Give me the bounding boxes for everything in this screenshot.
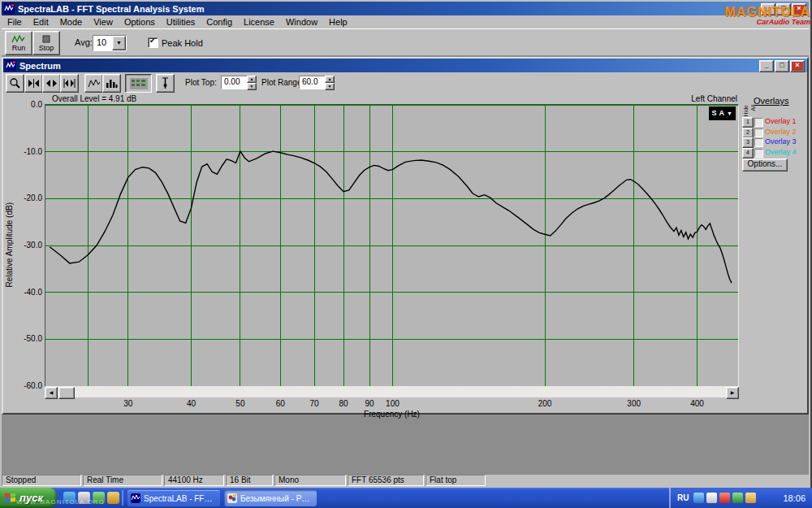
- tray-icon[interactable]: [706, 493, 717, 503]
- chevron-down-icon[interactable]: ▼: [112, 36, 126, 50]
- overlays-options-button[interactable]: Options...: [742, 158, 788, 172]
- x-tick-label: 100: [386, 399, 400, 408]
- stop-button-label: Stop: [39, 44, 54, 52]
- spectrum-close-button[interactable]: ×: [790, 60, 805, 72]
- overlays-col-hide: Hide: [743, 105, 749, 116]
- app-title: SpectraLAB - FFT Spectral Analysis Syste…: [18, 4, 204, 14]
- plot-top-spin-down-icon[interactable]: ▼: [247, 83, 257, 90]
- spectrum-maximize-button[interactable]: □: [775, 60, 789, 72]
- plot-range-spin-down-icon[interactable]: ▼: [325, 83, 335, 90]
- tray-icon[interactable]: [732, 493, 743, 503]
- peak-hold-label: Peak Hold: [162, 38, 203, 48]
- tray-icon[interactable]: [693, 493, 704, 503]
- overlay-1-button[interactable]: 1: [742, 117, 754, 128]
- marker-icon[interactable]: [156, 74, 175, 93]
- spectrum-plot: S A ▼: [45, 104, 739, 387]
- spectrum-window: Spectrum _ □ ×: [2, 57, 809, 415]
- spectralab-task-icon: [131, 493, 140, 503]
- status-bit-depth: 16 Bit: [226, 475, 273, 486]
- x-tick-label: 200: [538, 399, 552, 408]
- menu-item-mode[interactable]: Mode: [54, 15, 89, 28]
- overlay-4-button[interactable]: 4: [742, 148, 754, 158]
- y-tick-label: -10.0: [15, 147, 42, 156]
- overlay-2-button[interactable]: 2: [742, 128, 754, 138]
- status-mode: Real Time: [83, 475, 162, 486]
- plot-range-spin-up-icon[interactable]: ▲: [325, 76, 335, 83]
- statusbar: Stopped Real Time 44100 Hz 16 Bit Mono F…: [2, 475, 809, 486]
- quick-launch-icon[interactable]: [93, 492, 105, 504]
- status-fft-size: FFT 65536 pts: [348, 475, 424, 486]
- menu-item-utilities[interactable]: Utilities: [161, 15, 201, 28]
- zoom-out-full-icon[interactable]: [60, 74, 79, 93]
- overlay-2-checkbox[interactable]: [754, 128, 763, 137]
- quick-launch-icon[interactable]: [107, 492, 119, 504]
- tray-icon[interactable]: [745, 493, 756, 503]
- avg-dropdown[interactable]: 10 ▼: [93, 35, 127, 51]
- menu-item-file[interactable]: File: [2, 15, 28, 28]
- x-tick-label: 30: [123, 399, 132, 408]
- scroll-right-icon[interactable]: ▶: [726, 387, 739, 399]
- line-display-icon[interactable]: [84, 74, 103, 93]
- overlay-3-button[interactable]: 3: [742, 137, 754, 148]
- run-waveform-icon: [11, 34, 26, 44]
- menu-item-help[interactable]: Help: [323, 15, 353, 28]
- menu-item-window[interactable]: Window: [280, 15, 323, 28]
- horizontal-scrollbar[interactable]: ◀ ▶: [45, 387, 739, 397]
- spectrogram-display-icon[interactable]: [125, 74, 152, 93]
- menu-item-view[interactable]: View: [88, 15, 119, 28]
- grid-lines: [45, 105, 738, 386]
- plot-top-input[interactable]: 0.00: [221, 76, 249, 89]
- menubar: File Edit Mode View Options Utilities Co…: [2, 15, 809, 28]
- spectrum-title: Spectrum: [19, 61, 61, 71]
- start-button[interactable]: пуск: [0, 488, 57, 508]
- quick-launch-icon[interactable]: [78, 492, 90, 504]
- menu-item-config[interactable]: Config: [201, 15, 238, 28]
- menu-item-edit[interactable]: Edit: [28, 15, 54, 28]
- taskbar-item-spectralab[interactable]: SpectraLAB - FFT Spe...: [127, 490, 220, 506]
- zoom-in-2k-icon[interactable]: [24, 74, 43, 93]
- overlay-4-checkbox[interactable]: [754, 149, 763, 158]
- overlay-3-checkbox[interactable]: [754, 138, 763, 147]
- tray-icon[interactable]: [719, 493, 730, 503]
- y-tick-label: -20.0: [15, 193, 42, 202]
- language-indicator[interactable]: RU: [677, 493, 689, 502]
- maximize-button[interactable]: □: [776, 3, 791, 15]
- x-tick-label: 40: [187, 399, 196, 408]
- menu-item-license[interactable]: License: [238, 15, 280, 28]
- minimize-button[interactable]: _: [761, 3, 775, 15]
- y-axis-title: Relative Amplitude (dB): [3, 104, 15, 385]
- bar-display-icon[interactable]: [102, 74, 121, 93]
- scroll-left-icon[interactable]: ◀: [45, 387, 58, 399]
- stop-button[interactable]: Stop: [32, 31, 60, 55]
- taskbar: пуск SpectraLAB - FFT Spe... Безымянный …: [0, 488, 812, 508]
- overlay-2-label: Overlay 2: [765, 128, 797, 136]
- windows-flag-icon: [5, 493, 16, 503]
- overlay-1-checkbox[interactable]: [754, 118, 763, 127]
- overlays-title: Overlays: [754, 96, 788, 106]
- x-tick-label: 300: [627, 399, 641, 408]
- peak-hold-checkbox[interactable]: [148, 37, 158, 48]
- menu-item-options[interactable]: Options: [119, 15, 161, 28]
- zoom-out-2k-icon[interactable]: [42, 74, 61, 93]
- magnifier-icon[interactable]: [6, 74, 24, 93]
- spectrum-minimize-button[interactable]: _: [759, 60, 774, 72]
- x-tick-label: 400: [690, 399, 704, 408]
- x-tick-label: 90: [365, 399, 374, 408]
- quick-launch-icon[interactable]: [63, 492, 76, 504]
- plot-range-input[interactable]: 60.0: [299, 76, 327, 89]
- run-button[interactable]: Run: [5, 31, 32, 55]
- plot-top-spin-up-icon[interactable]: ▲: [247, 76, 257, 83]
- status-window-function: Flat top: [425, 475, 486, 486]
- spectralab-app-icon: [4, 3, 15, 14]
- scrollbar-track[interactable]: [75, 387, 726, 397]
- app-titlebar: SpectraLAB - FFT Spectral Analysis Syste…: [2, 2, 809, 15]
- taskbar-item-paint[interactable]: Безымянный - Paint: [224, 490, 317, 506]
- spectrum-plot-svg: [45, 105, 738, 386]
- x-tick-label: 80: [339, 399, 348, 408]
- scrollbar-thumb[interactable]: [58, 387, 75, 399]
- channel-display-icon[interactable]: S A ▼: [709, 106, 736, 120]
- close-button[interactable]: ×: [792, 3, 806, 15]
- status-sample-rate: 44100 Hz: [164, 475, 224, 486]
- y-tick-label: -40.0: [15, 288, 42, 297]
- overlay-row: 1 Overlay 1: [741, 117, 807, 127]
